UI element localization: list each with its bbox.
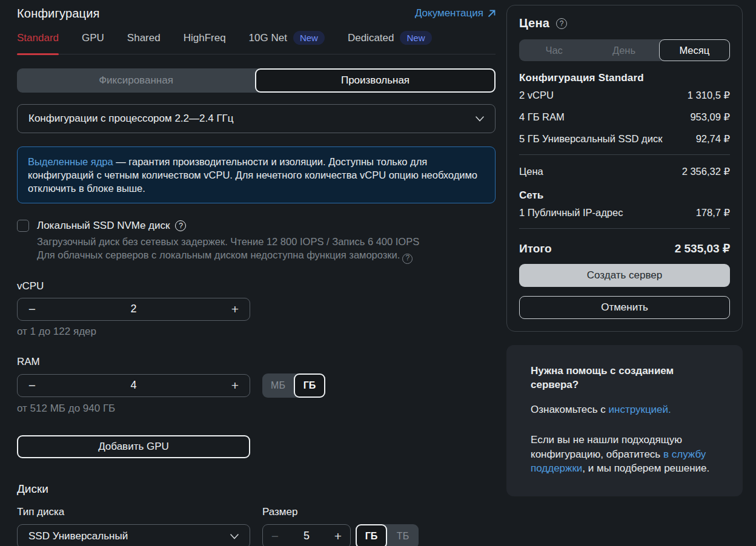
disk-size-value[interactable]: 5 [287, 530, 326, 542]
vcpu-range-hint: от 1 до 122 ядер [17, 326, 496, 338]
disk-size-label: Размер [262, 506, 419, 518]
question-circle-icon[interactable] [402, 254, 413, 264]
tab-standard[interactable]: Standard [17, 31, 59, 54]
disk-size-decrease-button[interactable]: − [263, 529, 287, 544]
period-month[interactable]: Месяц [659, 39, 730, 61]
disk-size-stepper: − 5 + [262, 524, 351, 546]
mode-custom-option[interactable]: Произвольная [255, 68, 496, 93]
disk-size-controls: − 5 + ГБ ТБ [262, 524, 419, 546]
ram-decrease-button[interactable]: − [18, 378, 47, 393]
vcpu-value[interactable]: 2 [47, 303, 220, 315]
cpu-config-select[interactable]: Конфигурации с процессором 2.2—2.4 ГГц [17, 104, 496, 133]
page-title: Конфигурация [17, 7, 100, 21]
ram-stepper: − 4 + [17, 374, 250, 397]
disk-controls: Тип диска SSD Универсальный Размер − 5 +… [17, 506, 496, 546]
documentation-link[interactable]: Документация [415, 7, 496, 19]
help-panel: Нужна помощь с созданием сервера? Ознако… [506, 345, 743, 496]
disk-unit-toggle: ГБ ТБ [356, 524, 419, 546]
local-disk-label: Локальный SSD NVMe диск [37, 220, 186, 232]
ram-value[interactable]: 4 [47, 379, 220, 392]
price-panel: Цена Час День Месяц Конфигурация Standar… [506, 5, 743, 332]
plan-tabs: Standard GPU Shared HighFreq 10G Net New… [17, 31, 496, 54]
mode-fixed-option[interactable]: Фиксированная [17, 68, 255, 93]
disk-unit-gb[interactable]: ГБ [356, 524, 387, 546]
vcpu-label: vCPU [17, 280, 496, 292]
question-circle-icon[interactable] [556, 18, 567, 29]
disk-size-column: Размер − 5 + ГБ ТБ [262, 506, 419, 546]
documentation-link-label: Документация [415, 7, 483, 19]
question-circle-icon[interactable] [175, 220, 186, 231]
ram-controls: − 4 + МБ ГБ [17, 373, 496, 398]
ram-unit-toggle: МБ ГБ [262, 373, 325, 398]
disk-type-select-value: SSD Универсальный [28, 530, 128, 542]
divider [519, 154, 730, 155]
disk-type-label: Тип диска [17, 506, 250, 518]
external-link-icon [488, 10, 496, 18]
ram-unit-mb[interactable]: МБ [262, 373, 294, 398]
ram-unit-gb[interactable]: ГБ [294, 373, 325, 398]
period-day[interactable]: День [589, 39, 658, 61]
new-badge: New [293, 31, 325, 45]
header: Конфигурация Документация [17, 5, 496, 22]
cancel-button[interactable]: Отменить [519, 296, 730, 319]
server-config-page: Конфигурация Документация Standard GPU S… [0, 0, 756, 546]
divider [519, 228, 730, 229]
tab-highfreq[interactable]: HighFreq [184, 31, 226, 54]
dedicated-cores-link[interactable]: Выделенные ядра [28, 156, 113, 167]
price-header: Цена [519, 16, 730, 30]
local-disk-checkbox[interactable] [17, 220, 29, 232]
tab-shared[interactable]: Shared [127, 31, 161, 54]
chevron-down-icon [230, 530, 239, 542]
help-heading: Нужна помощь с созданием сервера? [531, 364, 721, 392]
local-disk-row: Локальный SSD NVMe диск [17, 220, 496, 232]
chevron-down-icon [476, 113, 484, 125]
tab-10g-net[interactable]: 10G Net New [249, 31, 325, 54]
disk-size-increase-button[interactable]: + [326, 529, 350, 544]
vcpu-decrease-button[interactable]: − [18, 302, 47, 317]
ram-label: RAM [17, 356, 496, 368]
price-subtotal-row: Цена 2 356,32 ₽ [519, 160, 730, 183]
vcpu-stepper: − 2 + [17, 298, 250, 321]
price-item-ram: 4 ГБ RAM 953,09 ₽ [519, 106, 730, 128]
instruction-link[interactable]: инструкцией. [609, 404, 671, 415]
price-item-public-ip: 1 Публичный IP-адрес 178,7 ₽ [519, 202, 730, 223]
price-item-disk: 5 ГБ Универсальный SSD диск 92,74 ₽ [519, 128, 730, 150]
disk-type-column: Тип диска SSD Универсальный [17, 506, 250, 546]
configuration-panel: Конфигурация Документация Standard GPU S… [17, 5, 496, 546]
period-hour[interactable]: Час [519, 39, 589, 61]
tab-dedicated[interactable]: Dedicated New [348, 31, 432, 54]
price-config-heading: Конфигурация Standard [519, 72, 730, 84]
help-support-line: Если вы не нашли подходящую конфигурацию… [531, 433, 721, 475]
summary-column: Цена Час День Месяц Конфигурация Standar… [506, 5, 743, 546]
network-heading: Сеть [519, 189, 730, 202]
vcpu-increase-button[interactable]: + [220, 302, 250, 317]
cpu-config-select-value: Конфигурации с процессором 2.2—2.4 ГГц [28, 113, 234, 125]
ram-range-hint: от 512 МБ до 940 ГБ [17, 403, 496, 415]
disk-type-select[interactable]: SSD Универсальный [17, 524, 250, 546]
config-mode-toggle: Фиксированная Произвольная [17, 68, 496, 93]
disk-unit-tb[interactable]: ТБ [387, 524, 419, 546]
disks-section-title: Диски [17, 482, 496, 496]
add-gpu-button[interactable]: Добавить GPU [17, 435, 250, 458]
create-server-button[interactable]: Создать сервер [519, 264, 730, 287]
price-title: Цена [519, 16, 549, 30]
ram-increase-button[interactable]: + [220, 378, 250, 393]
billing-period-toggle: Час День Месяц [519, 39, 730, 61]
price-total-row: Итого 2 535,03 ₽ [519, 234, 730, 264]
tab-gpu[interactable]: GPU [82, 31, 104, 54]
help-instruction-line: Ознакомьтесь с инструкцией. [531, 403, 721, 416]
local-disk-description: Загрузочный диск без сетевых задержек. Ч… [37, 235, 485, 263]
price-item-vcpu: 2 vCPU 1 310,5 ₽ [519, 84, 730, 106]
new-badge: New [400, 31, 431, 45]
dedicated-cores-info-box: Выделенные ядра — гарантия производитель… [17, 146, 496, 203]
